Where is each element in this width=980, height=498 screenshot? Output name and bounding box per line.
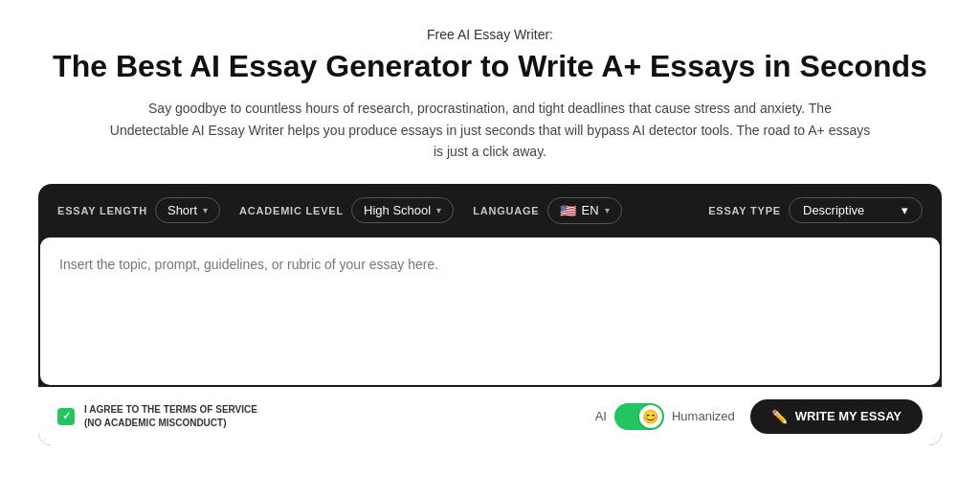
essay-textarea[interactable] <box>59 257 921 362</box>
essay-length-chevron-icon: ▾ <box>203 205 208 215</box>
terms-group: I AGREE TO THE TERMS OF SERVICE (NO ACAD… <box>57 403 257 430</box>
essay-length-dropdown[interactable]: Short ▾ <box>155 197 220 223</box>
write-essay-label: WRITE MY ESSAY <box>795 409 902 423</box>
language-label: LANGUAGE <box>473 205 539 216</box>
essay-type-value: Descriptive <box>803 203 864 217</box>
toggle-humanized-label: Humanized <box>672 409 735 423</box>
page-main-title: The Best AI Essay Generator to Write A+ … <box>53 48 927 84</box>
academic-level-dropdown[interactable]: High School ▾ <box>351 197 454 223</box>
page-description: Say goodbye to countless hours of resear… <box>107 98 873 162</box>
language-group: LANGUAGE 🇺🇸 EN ▾ <box>473 197 621 224</box>
right-controls: AI 😊 Humanized ✏️ WRITE MY ESSAY <box>595 399 923 434</box>
write-essay-button[interactable]: ✏️ WRITE MY ESSAY <box>750 399 923 434</box>
essay-length-value: Short <box>167 203 197 217</box>
terms-text: I AGREE TO THE TERMS OF SERVICE (NO ACAD… <box>84 403 257 430</box>
language-chevron-icon: ▾ <box>605 205 610 215</box>
academic-level-chevron-icon: ▾ <box>436 205 441 215</box>
essay-type-dropdown[interactable]: Descriptive ▾ <box>789 197 923 223</box>
language-dropdown[interactable]: 🇺🇸 EN ▾ <box>547 197 622 224</box>
essay-type-chevron-icon: ▾ <box>902 203 908 217</box>
language-value: EN <box>582 203 599 217</box>
essay-length-label: ESSAY LENGTH <box>57 205 147 216</box>
essay-input-wrapper <box>40 238 940 385</box>
ai-humanized-toggle-group: AI 😊 Humanized <box>595 403 735 430</box>
academic-level-label: ACADEMIC LEVEL <box>239 205 344 216</box>
page-subtitle: Free AI Essay Writer: <box>427 27 553 42</box>
toggle-ai-label: AI <box>595 409 607 423</box>
essay-type-group: ESSAY TYPE Descriptive ▾ <box>708 197 923 223</box>
pencil-icon: ✏️ <box>771 409 788 424</box>
essay-length-group: ESSAY LENGTH Short ▾ <box>57 197 220 223</box>
academic-level-value: High School <box>364 203 431 217</box>
bottom-bar: I AGREE TO THE TERMS OF SERVICE (NO ACAD… <box>38 387 942 445</box>
essay-type-label: ESSAY TYPE <box>708 205 781 216</box>
flag-icon: 🇺🇸 <box>560 203 576 218</box>
toggle-thumb: 😊 <box>639 405 662 428</box>
ai-humanized-toggle[interactable]: 😊 <box>614 403 664 430</box>
tool-container: ESSAY LENGTH Short ▾ ACADEMIC LEVEL High… <box>38 184 942 445</box>
academic-level-group: ACADEMIC LEVEL High School ▾ <box>239 197 454 223</box>
toolbar: ESSAY LENGTH Short ▾ ACADEMIC LEVEL High… <box>38 184 942 238</box>
terms-checkbox[interactable] <box>57 408 75 425</box>
